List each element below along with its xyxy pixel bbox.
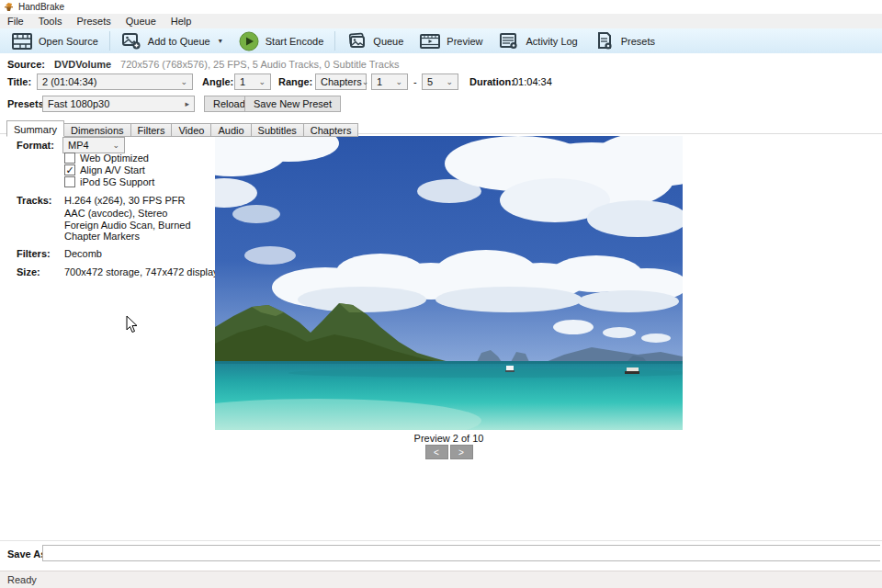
source-details: 720x576 (768x576), 25 FPS, 5 Audio Track… [120,59,399,70]
add-to-queue-button[interactable]: Add to Queue ▾ [113,29,231,52]
activity-log-button[interactable]: Activity Log [491,29,585,52]
tab-video[interactable]: Video [171,123,211,137]
tab-audio[interactable]: Audio [210,123,251,137]
status-bar: Ready [0,571,882,588]
align-av-start-label: Align A/V Start [80,164,145,175]
start-encode-play-icon [239,32,259,51]
preview-icon [420,32,440,51]
tab-filters[interactable]: Filters [130,123,173,137]
range-to-value: 5 [427,76,433,87]
range-from-select[interactable]: 1 ⌄ [371,74,408,90]
preview-next-button[interactable]: > [450,445,473,459]
tab-strip: Summary Dimensions Filters Video Audio S… [6,120,357,137]
filters-label: Filters: [17,248,51,259]
menu-tools[interactable]: Tools [31,15,70,28]
range-type-select[interactable]: Chapters ⌄ [315,74,367,90]
tab-chapters[interactable]: Chapters [303,123,359,137]
tab-dimensions[interactable]: Dimensions [63,123,130,137]
tracks-label: Tracks: [17,195,52,206]
range-separator: - [413,76,417,87]
add-to-queue-icon [121,32,141,51]
track-item: Chapter Markers [64,231,140,242]
presets-row-label: Presets: [7,98,47,109]
start-encode-button[interactable]: Start Encode [231,29,333,52]
chevron-down-icon: ⌄ [362,77,369,86]
presets-button[interactable]: Presets [586,29,663,52]
source-label: Source: [7,59,45,70]
track-item: H.264 (x264), 30 FPS PFR [64,195,185,206]
handbrake-window: HandBrake File Tools Presets Queue Help … [0,0,882,588]
mouse-cursor [126,315,138,334]
chevron-down-icon: ⌄ [180,77,187,86]
preview-label: Preview [447,36,482,47]
track-item: AAC (avcodec), Stereo [64,208,168,219]
tab-summary[interactable]: Summary [6,120,64,137]
preview-button[interactable]: Preview [412,29,491,52]
menu-file[interactable]: File [0,15,31,28]
chevron-down-icon: ⌄ [112,141,119,150]
web-optimized-checkbox[interactable] [64,153,75,164]
chevron-down-icon: ⌄ [446,77,453,86]
window-title: HandBrake [18,2,64,12]
align-av-start-checkbox-row[interactable]: ✓ Align A/V Start [64,164,145,175]
menu-help[interactable]: Help [164,15,199,28]
queue-label: Queue [373,36,403,47]
ipod-5g-label: iPod 5G Support [80,176,154,187]
angle-value: 1 [240,76,245,87]
menu-presets[interactable]: Presets [69,15,118,28]
tab-subtitles[interactable]: Subtitles [251,123,304,137]
expand-right-icon: ▸ [185,99,189,108]
title-select[interactable]: 2 (01:04:34) ⌄ [37,74,193,90]
film-strip-icon [12,32,32,51]
open-source-label: Open Source [39,36,98,47]
title-bar: HandBrake [0,0,882,14]
start-encode-label: Start Encode [266,36,324,47]
presets-label: Presets [621,36,655,47]
handbrake-logo-icon [4,2,14,12]
preview-previous-button[interactable]: < [425,445,448,459]
angle-select[interactable]: 1 ⌄ [234,74,271,90]
align-av-start-checkbox[interactable]: ✓ [64,164,75,175]
queue-button[interactable]: Queue [338,29,412,52]
chevron-down-icon: ⌄ [395,77,402,86]
preview-nav: < > [215,445,683,459]
ipod-5g-checkbox[interactable] [64,176,75,187]
save-as-row: Save As: [0,545,882,563]
open-source-button[interactable]: Open Source [4,29,107,52]
divider [0,540,882,541]
add-to-queue-label: Add to Queue [148,36,210,47]
title-label: Title: [7,76,31,87]
toolbar: Open Source Add to Queue ▾ Start Encode … [0,28,882,53]
save-as-input[interactable] [42,545,880,561]
range-label: Range: [278,76,312,87]
source-row: Source: DVDVolume 720x576 (768x576), 25 … [7,59,399,70]
boat [625,368,639,374]
source-name: DVDVolume [54,59,111,70]
track-item: Foreign Audio Scan, Burned [64,220,191,231]
presets-icon [594,32,615,51]
range-type-value: Chapters [321,76,362,87]
duration-value: 01:04:34 [513,76,552,87]
web-optimized-checkbox-row[interactable]: Web Optimized [64,153,149,164]
size-value: 700x472 storage, 747x472 display [64,266,219,277]
angle-label: Angle: [202,76,233,87]
add-to-queue-dropdown-arrow[interactable]: ▾ [219,37,222,45]
menu-queue[interactable]: Queue [119,15,164,28]
web-optimized-label: Web Optimized [80,153,149,164]
status-text: Ready [7,574,37,585]
format-select[interactable]: MP4 ⌄ [62,137,125,153]
range-to-select[interactable]: 5 ⌄ [422,74,458,90]
preset-select[interactable]: Fast 1080p30 ▸ [42,96,195,112]
ipod-5g-checkbox-row[interactable]: iPod 5G Support [64,176,154,187]
save-new-preset-button[interactable]: Save New Preset [244,96,341,112]
boat [505,366,514,372]
menu-bar: File Tools Presets Queue Help [0,14,882,28]
preset-value: Fast 1080p30 [48,98,109,109]
toolbar-separator [109,31,110,51]
preview-image [215,136,683,430]
format-label: Format: [17,140,54,151]
format-value: MP4 [68,140,89,151]
chevron-down-icon: ⌄ [258,77,266,86]
activity-log-label: Activity Log [526,36,577,47]
size-label: Size: [17,266,40,277]
